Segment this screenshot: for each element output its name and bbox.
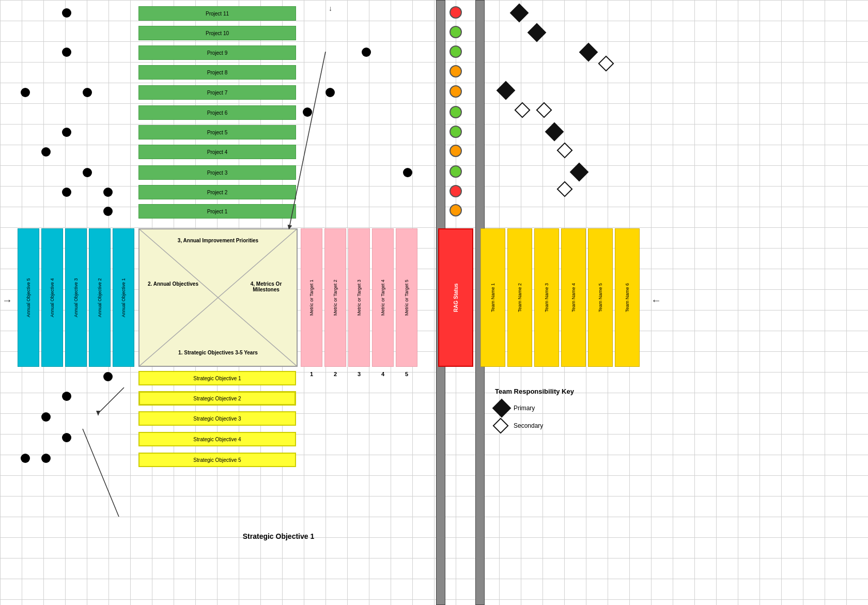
diagram-label-1: 3, Annual Improvement Priorities	[177, 238, 259, 243]
rag-circle-6	[450, 106, 462, 118]
key-section: Team Responsibility Key Primary Secondar…	[495, 387, 574, 431]
metric-col-4: Metric or Target 4	[372, 228, 394, 367]
right-arrow: ←	[651, 294, 661, 306]
team-col-4: Team Name 4	[561, 228, 586, 367]
diamond-6a	[517, 104, 528, 117]
annual-obj-col-2: Annual Objective 2	[89, 228, 111, 367]
project-bar-1: Project 1	[138, 204, 296, 219]
metric-numbers-row: 1 2 3 4 5	[301, 371, 417, 377]
dot	[83, 168, 92, 177]
dot	[62, 433, 71, 442]
rag-circle-3	[450, 165, 462, 178]
project-bar-3: Project 3	[138, 165, 296, 180]
diamond-4b	[559, 145, 570, 157]
strategic-objective-label: Strategic Objective 1	[168, 522, 389, 551]
diamond-11	[513, 6, 526, 21]
rag-circle-5	[450, 126, 462, 138]
diamond-7	[499, 84, 513, 98]
secondary-diamond-icon	[492, 417, 508, 433]
dot	[303, 107, 312, 117]
team-col-5: Team Name 5	[588, 228, 613, 367]
dot	[41, 454, 51, 463]
metric-col-2: Metric or Target 2	[324, 228, 346, 367]
center-diagram: 3, Annual Improvement Priorities 2. Annu…	[138, 228, 298, 367]
metric-num-5: 5	[396, 371, 417, 377]
team-col-6: Team Name 6	[615, 228, 640, 367]
team-col-2: Team Name 2	[507, 228, 532, 367]
arrow-line	[284, 52, 367, 248]
project-bar-10: Project 10	[138, 26, 296, 40]
svg-line-3	[98, 387, 124, 413]
project-bar-9: Project 9	[138, 45, 296, 60]
dot	[21, 454, 30, 463]
dot	[326, 88, 335, 97]
rag-circle-10	[450, 26, 462, 38]
rag-status-col: RAG Status	[438, 228, 473, 367]
arrow-down: ↓	[329, 4, 332, 12]
dot	[103, 372, 113, 381]
team-col-3: Team Name 3	[534, 228, 559, 367]
strategic-bar-2: Strategic Objective 2	[138, 391, 296, 406]
svg-marker-4	[96, 411, 100, 416]
rag-circle-9	[450, 45, 462, 58]
project-bar-5: Project 5	[138, 125, 296, 139]
strategic-bar-3: Strategic Objective 3	[138, 411, 296, 426]
arrow-to-strat2	[93, 382, 145, 424]
primary-diamond-icon	[492, 399, 512, 418]
strategic-bar-1: Strategic Objective 1	[138, 371, 296, 385]
metric-col-5: Metric or Target 5	[396, 228, 417, 367]
diamond-6b	[538, 104, 550, 117]
rag-circle-7	[450, 85, 462, 98]
diagram-label-2: 2. Annual Objectives	[145, 281, 202, 287]
svg-line-5	[83, 429, 119, 517]
dot	[41, 412, 51, 422]
dot	[62, 8, 71, 18]
rag-circle-8	[450, 65, 462, 77]
diamond-9b	[600, 58, 612, 70]
rag-circle-1	[450, 204, 462, 216]
dot	[62, 188, 71, 197]
diamond-9a	[582, 45, 595, 60]
dot	[41, 147, 51, 157]
metric-num-2: 2	[324, 371, 346, 377]
dot	[62, 48, 71, 57]
team-col-1: Team Name 1	[481, 228, 505, 367]
key-primary: Primary	[495, 401, 574, 415]
diagram-label-4: 1. Strategic Objectives 3-5 Years	[172, 350, 265, 355]
annual-obj-col-1: Annual Objective 1	[113, 228, 134, 367]
diamond-2b	[559, 183, 570, 196]
diamond-10	[530, 26, 544, 40]
key-title: Team Responsibility Key	[495, 387, 574, 395]
metric-col-1: Metric or Target 1	[301, 228, 322, 367]
project-bar-2: Project 2	[138, 185, 296, 199]
rag-circle-11	[450, 6, 462, 19]
dot	[21, 88, 30, 97]
rag-circle-4	[450, 145, 462, 157]
annual-obj-col-4: Annual Objective 4	[41, 228, 63, 367]
dot	[362, 48, 371, 57]
project-bar-8: Project 8	[138, 65, 296, 80]
strategic-bar-4: Strategic Objective 4	[138, 432, 296, 446]
project-bar-6: Project 6	[138, 105, 296, 120]
metric-num-4: 4	[372, 371, 394, 377]
dot	[62, 128, 71, 137]
project-bar-4: Project 4	[138, 145, 296, 159]
diagram-label-3: 4, Metrics Or Milestones	[238, 281, 295, 292]
annual-obj-col-3: Annual Objective 3	[65, 228, 87, 367]
left-arrow: →	[2, 294, 12, 306]
project-bar-11: Project 11	[138, 6, 296, 21]
metric-num-1: 1	[301, 371, 322, 377]
annual-obj-col-5: Annual Objective 5	[18, 228, 39, 367]
metric-col-3: Metric or Target 3	[348, 228, 370, 367]
dot	[83, 88, 92, 97]
dot	[103, 188, 113, 197]
strategic-bar-5: Strategic Objective 5	[138, 453, 296, 467]
project-bar-7: Project 7	[138, 85, 296, 100]
main-container: Project 11 ↓ Project 10 Project 9 Projec…	[0, 0, 868, 605]
dot	[103, 207, 113, 216]
diamond-3	[572, 165, 586, 180]
dot	[403, 168, 412, 177]
rag-circle-2	[450, 185, 462, 197]
key-secondary: Secondary	[495, 420, 574, 431]
metric-num-3: 3	[348, 371, 370, 377]
